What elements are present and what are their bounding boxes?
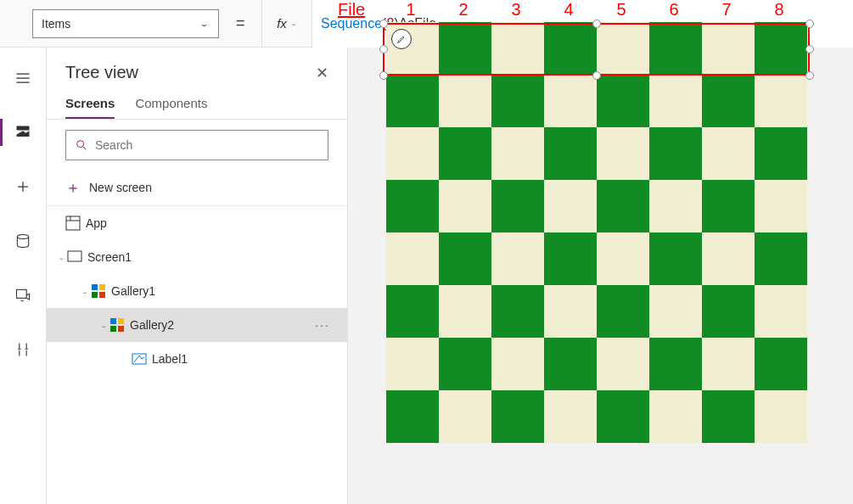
board-square [439, 285, 491, 338]
chevron-down-icon[interactable]: ⌄ [79, 288, 91, 294]
search-input[interactable] [95, 138, 319, 152]
tab-components[interactable]: Components [135, 96, 207, 119]
board-square [702, 180, 755, 232]
fx-dropdown[interactable]: fx ⌄ [261, 0, 312, 48]
board-square [755, 75, 807, 127]
board-square [649, 285, 702, 338]
board-square [386, 75, 439, 127]
equals-sign: = [219, 14, 261, 32]
more-icon[interactable]: ··· [315, 318, 330, 332]
board-square [597, 180, 649, 232]
svg-point-0 [17, 235, 28, 239]
board-square [755, 180, 807, 232]
tree-label: Gallery1 [111, 284, 155, 298]
search-box[interactable] [65, 130, 328, 160]
board-square [702, 232, 755, 285]
chevron-down-icon[interactable]: ⌄ [55, 255, 67, 260]
chevron-down-icon: ⌄ [290, 20, 297, 26]
svg-rect-12 [118, 326, 124, 332]
board-square [544, 232, 597, 285]
tree-node-gallery1[interactable]: ⌄ Gallery1 [47, 274, 347, 308]
property-dropdown[interactable]: Items ⌄ [32, 9, 219, 38]
board-square [702, 285, 755, 338]
board-square [597, 390, 649, 443]
new-screen-button[interactable]: ＋ New screen [47, 169, 347, 206]
hamburger-icon[interactable] [0, 59, 47, 97]
insert-icon[interactable] [0, 168, 47, 205]
overlay-col: 8 [753, 0, 805, 20]
board-square [439, 390, 491, 443]
board-square [755, 232, 807, 285]
chevron-down-icon: ⌄ [199, 20, 210, 28]
new-screen-label: New screen [89, 181, 152, 194]
board-square [439, 180, 491, 232]
resize-handle[interactable] [592, 20, 601, 28]
resize-handle[interactable] [805, 20, 814, 28]
board-square [544, 285, 597, 338]
board-square [649, 390, 702, 443]
screen-icon [67, 249, 82, 265]
board-square [597, 75, 649, 127]
board-square [544, 180, 597, 232]
board-square [597, 338, 649, 390]
tree-node-label1[interactable]: Label1 [47, 342, 347, 376]
resize-handle[interactable] [379, 71, 388, 80]
board-square [544, 127, 597, 180]
media-icon[interactable] [0, 277, 47, 314]
svg-rect-7 [92, 292, 98, 298]
board-square [491, 338, 544, 390]
resize-handle[interactable] [592, 71, 601, 80]
tree-label: Label1 [152, 352, 188, 366]
column-overlay: File 1 2 3 4 5 6 7 8 [338, 0, 811, 20]
svg-rect-3 [66, 216, 80, 230]
chevron-down-icon[interactable]: ⌄ [98, 322, 109, 328]
board-square [544, 338, 597, 390]
resize-handle[interactable] [805, 71, 814, 80]
tree-view-icon[interactable] [0, 114, 47, 151]
board-square [491, 285, 544, 338]
board-square [386, 180, 439, 232]
board-square [544, 390, 597, 443]
tree-node-screen1[interactable]: ⌄ Screen1 [47, 240, 347, 274]
edit-icon[interactable] [391, 29, 412, 49]
close-icon[interactable]: ✕ [316, 64, 328, 82]
overlay-col: 6 [648, 0, 700, 20]
board-square [491, 75, 544, 127]
tree-label: Screen1 [87, 250, 132, 264]
resize-handle[interactable] [379, 20, 388, 28]
board-square [386, 390, 439, 443]
board-square [649, 232, 702, 285]
board-square [702, 127, 755, 180]
selection-outline[interactable] [383, 23, 810, 76]
advanced-tools-icon[interactable] [0, 331, 47, 368]
board-square [439, 338, 491, 390]
tree-label: Gallery2 [130, 318, 174, 332]
tree-node-app[interactable]: App [47, 206, 347, 240]
data-icon[interactable] [0, 222, 47, 260]
fx-label: fx [277, 16, 287, 31]
board-square [386, 285, 439, 338]
svg-rect-9 [110, 318, 116, 324]
svg-rect-6 [99, 284, 105, 290]
left-rail [0, 48, 47, 504]
tab-screens[interactable]: Screens [65, 96, 115, 119]
board-square [649, 127, 702, 180]
overlay-file: File [338, 0, 384, 20]
gallery-icon [91, 283, 106, 299]
overlay-col: 1 [384, 0, 437, 20]
tree-node-gallery2[interactable]: ⌄ Gallery2 ··· [47, 308, 347, 342]
board-square [491, 180, 544, 232]
board-square [439, 127, 491, 180]
board-square [491, 390, 544, 443]
tree: App ⌄ Screen1 ⌄ Gallery1 ⌄ [47, 206, 347, 504]
board-square [491, 127, 544, 180]
svg-rect-4 [68, 251, 81, 261]
overlay-col: 3 [490, 0, 542, 20]
gallery-icon [109, 317, 125, 333]
resize-handle[interactable] [805, 45, 814, 53]
svg-rect-5 [92, 284, 98, 290]
resize-handle[interactable] [379, 45, 388, 53]
tree-label: App [86, 216, 107, 230]
board-square [597, 232, 649, 285]
board-square [649, 180, 702, 232]
